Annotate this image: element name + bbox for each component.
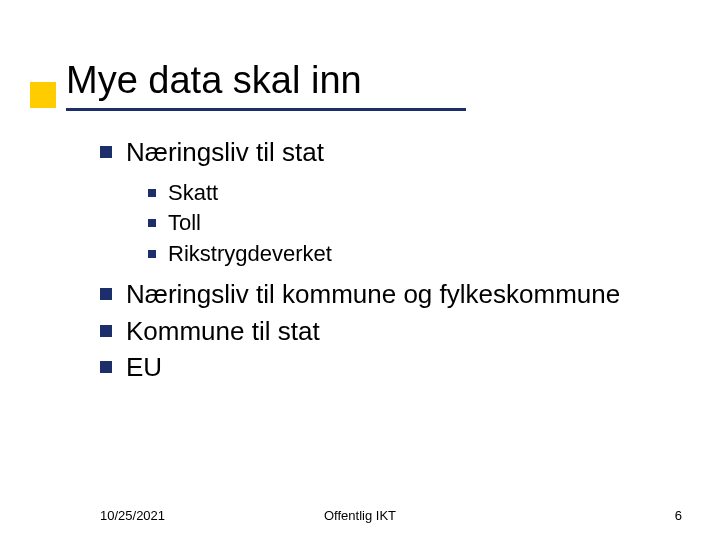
square-bullet-icon [148, 189, 156, 197]
slide-title: Mye data skal inn [66, 60, 362, 102]
title-block: Mye data skal inn [66, 60, 362, 102]
footer-page-number: 6 [675, 508, 682, 523]
bullet-text: Rikstrygdeverket [168, 240, 332, 269]
bullet-text: Skatt [168, 179, 218, 208]
bullet-text: EU [126, 351, 162, 384]
bullet-level1: Næringsliv til stat [100, 136, 660, 169]
sub-bullet-group: Skatt Toll Rikstrygdeverket [148, 179, 660, 269]
bullet-level2: Toll [148, 209, 660, 238]
slide-body: Næringsliv til stat Skatt Toll Rikstrygd… [100, 136, 660, 388]
square-bullet-icon [100, 146, 112, 158]
square-bullet-icon [100, 325, 112, 337]
square-bullet-icon [100, 361, 112, 373]
square-bullet-icon [148, 219, 156, 227]
bullet-level1: EU [100, 351, 660, 384]
bullet-text: Kommune til stat [126, 315, 320, 348]
title-accent-square [30, 82, 56, 108]
bullet-level2: Rikstrygdeverket [148, 240, 660, 269]
square-bullet-icon [100, 288, 112, 300]
bullet-text: Næringsliv til kommune og fylkeskommune [126, 278, 620, 311]
square-bullet-icon [148, 250, 156, 258]
bullet-text: Næringsliv til stat [126, 136, 324, 169]
footer-center-text: Offentlig IKT [0, 508, 720, 523]
bullet-level1: Kommune til stat [100, 315, 660, 348]
bullet-level1: Næringsliv til kommune og fylkeskommune [100, 278, 660, 311]
bullet-level2: Skatt [148, 179, 660, 208]
bullet-text: Toll [168, 209, 201, 238]
title-underline [66, 108, 466, 111]
